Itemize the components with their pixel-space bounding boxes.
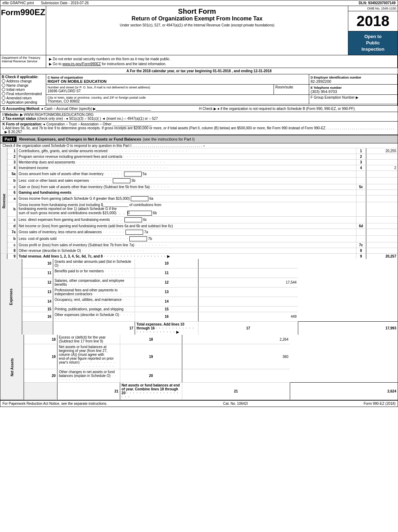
section-ij: I Website: ▶ WWW.RIGHTONMOBILEEDUCATION.… (0, 112, 398, 122)
room-label: Room/suite (275, 85, 293, 89)
row-label-1: Contributions, gifts, grants, and simila… (17, 148, 356, 154)
header-center: Short Form Return of Organization Exempt… (46, 6, 348, 55)
org-name-value: RIGHT ON MOBILE EDUCATION (48, 79, 307, 83)
box-5a (124, 172, 142, 177)
revenue-row-2: 2 Program service revenue including gove… (0, 154, 398, 159)
row-num-1: 1 (7, 148, 17, 154)
group-exemption-cell: F Group Exemption Number ▶ (309, 95, 397, 104)
room-cell: Room/suite (274, 85, 309, 94)
revenue-row-6a: a Gross income from gaming (attach Sched… (0, 195, 398, 202)
net-assets-table: Net Assets 18 Excess or (deficit) for th… (0, 335, 398, 400)
revenue-row-5a: 5a Gross amount from sale of assets othe… (0, 171, 398, 177)
asset-row-20: 20 Other changes in net assets or fund b… (0, 369, 398, 383)
part-i-header: Part I Revenue, Expenses, and Changes in… (0, 135, 398, 143)
short-form-title: Short Form (49, 7, 345, 16)
part-i-label: Part I (2, 136, 17, 142)
tax-exempt-text: (check only one) - ● 501(c)(3) ○ 501(c)(… (37, 117, 158, 120)
expense-row-14: 14 Occupancy, rent, utilities, and maint… (0, 297, 398, 306)
box-6c (124, 217, 142, 222)
final-return-radio[interactable] (2, 92, 5, 95)
revenue-row-5c: c Gain or (loss) from sale of assets oth… (0, 184, 398, 190)
city-cell: City or town, state or province, country… (46, 95, 309, 104)
box-5b (113, 178, 130, 183)
amended-return-item: Amended return (2, 96, 44, 100)
address-row: Number and street (or P. O. box, if mail… (46, 85, 397, 95)
tax-form-page: efile GRAPHIC print Submission Date - 20… (0, 0, 398, 407)
phone-label: E Telephone number (311, 86, 342, 89)
application-pending-radio[interactable] (2, 100, 5, 104)
amount-1: 20,255 (366, 148, 398, 154)
section-bc: B Check if applicable: Address change Na… (0, 74, 398, 106)
employer-id-cell: D Employer identification number 82-2892… (309, 74, 397, 84)
revenue-row-6d: d Net income or (loss) from gaming and f… (0, 223, 398, 229)
name-change-item: Name change (2, 83, 44, 87)
box-6b: 0 (127, 211, 152, 216)
expense-row-11: 11 Benefits paid to or for members · · ·… (0, 268, 398, 278)
expense-row-10: Expenses 10 Grants and similar amounts p… (0, 259, 398, 268)
form-org-options: ● Corporation ○ Trust ○ Association ○ Ot… (43, 122, 152, 126)
revenue-row-9: 9 Total revenue. Add lines 1, 2, 3, 4, 5… (0, 253, 398, 259)
section-h-text: H Check ▶ ● if the organization is not r… (199, 107, 356, 111)
revenue-row-4: 4 Investment income · · · · · · · · · · … (0, 165, 398, 171)
revenue-row-5b: b Less: cost or other basis and sales ex… (0, 177, 398, 184)
instructions-section: Department of the Treasury Internal Reve… (0, 55, 398, 68)
revenue-row-7a: 7a Gross sales of inventory, less return… (0, 229, 398, 235)
efile-label: efile GRAPHIC print (2, 1, 34, 5)
expense-row-15: 15 Printing, publications, postage, and … (0, 306, 398, 312)
form-org-row: K Form of organization: ● Corporation ○ … (2, 122, 396, 126)
other-option: Other (specify) ▶_______________________… (69, 107, 151, 111)
group-exemption-label: F Group Exemption Number (311, 95, 355, 99)
revenue-row-3: 3 Membership dues and assessments · · · … (0, 159, 398, 165)
final-return-item: Final return/terminated (2, 92, 44, 96)
asset-row-19: 19 Net assets or fund balances at beginn… (0, 344, 398, 369)
section-a: A For the 2018 calendar year, or tax yea… (0, 68, 398, 74)
address-change-radio[interactable] (2, 79, 5, 83)
gross-receipts-row: L Add lines 5b, 6c, and 7b to line 9 to … (2, 126, 396, 134)
phone-cell: E Telephone number (303) 954-9703 (309, 85, 397, 94)
expense-row-12: 12 Salaries, other compensation, and emp… (0, 278, 398, 287)
form-logo-area: Form990EZ (0, 6, 46, 55)
revenue-row-6c: c Less: direct expenses from gaming and … (0, 216, 398, 223)
cash-option: ● Cash (41, 107, 54, 111)
section-l-text: L Add lines 5b, 6c, and 7b to line 9 to … (2, 126, 394, 134)
footer: For Paperwork Reduction Act Notice, see … (0, 400, 398, 407)
address-label: Number and street (or P. O. box, if mail… (48, 86, 150, 89)
form-org-label: K Form of organization: (2, 122, 42, 126)
address-change-item: Address change (2, 79, 44, 83)
website-label: I Website: ▶ (2, 113, 23, 117)
revenue-row-8: 8 Other revenue (describe in Schedule O)… (0, 248, 398, 253)
section-h: H Check ▶ ● if the organization is not r… (199, 107, 396, 111)
initial-return-radio[interactable] (2, 88, 5, 91)
expense-row-17: 17 Total expenses. Add lines 10 through … (0, 321, 398, 335)
submission-date: Submission Date - 2019-07-26 (41, 1, 89, 5)
ein-value: 82-2892200 (311, 79, 396, 83)
website-value: WWW.RIGHTONMOBILEEDUCATION.ORG (24, 113, 94, 117)
section-g: G Accounting Method: ● Cash ○ Accrual Ot… (2, 107, 199, 111)
asset-row-21: 21 Net assets or fund balances at end of… (0, 383, 398, 400)
revenue-section-label: Revenue (0, 148, 7, 254)
section-gh: G Accounting Method: ● Cash ○ Accrual Ot… (0, 106, 398, 112)
website-row: I Website: ▶ WWW.RIGHTONMOBILEEDUCATION.… (2, 113, 396, 117)
initial-return-item: Initial return (2, 88, 44, 92)
return-title: Return of Organization Exempt From Incom… (49, 16, 345, 22)
expenses-section-label: Expenses (0, 259, 22, 335)
employer-id-label: D Employer identification number (311, 76, 361, 79)
amended-return-radio[interactable] (2, 96, 5, 100)
instructions-area: ▶ Do not enter social security numbers o… (46, 55, 398, 68)
org-name-cell: C Name of organization RIGHT ON MOBILE E… (46, 74, 309, 84)
instruction-line1: ▶ Do not enter social security numbers o… (49, 57, 394, 61)
name-change-radio[interactable] (2, 83, 5, 87)
accounting-method-label: G Accounting Method: (2, 107, 40, 111)
section-kl: K Form of organization: ● Corporation ○ … (0, 122, 398, 135)
asset-row-18: Net Assets 18 Excess or (deficit) for th… (0, 335, 398, 344)
net-assets-section-label: Net Assets (0, 335, 24, 400)
expenses-table: Expenses 10 Grants and similar amounts p… (0, 259, 398, 335)
expense-row-16: 16 Other expenses (describe in Schedule … (0, 312, 398, 321)
application-pending-item: Application pending (2, 100, 44, 104)
part-i-subtext: (see the instructions for Part I) (143, 137, 195, 141)
top-bar: efile GRAPHIC print Submission Date - 20… (0, 0, 398, 6)
dept-info: Department of the Treasury Internal Reve… (0, 55, 46, 68)
accrual-option: ○ Accrual (54, 107, 69, 111)
box-7b (129, 236, 147, 241)
org-name-row: C Name of organization RIGHT ON MOBILE E… (46, 74, 397, 85)
